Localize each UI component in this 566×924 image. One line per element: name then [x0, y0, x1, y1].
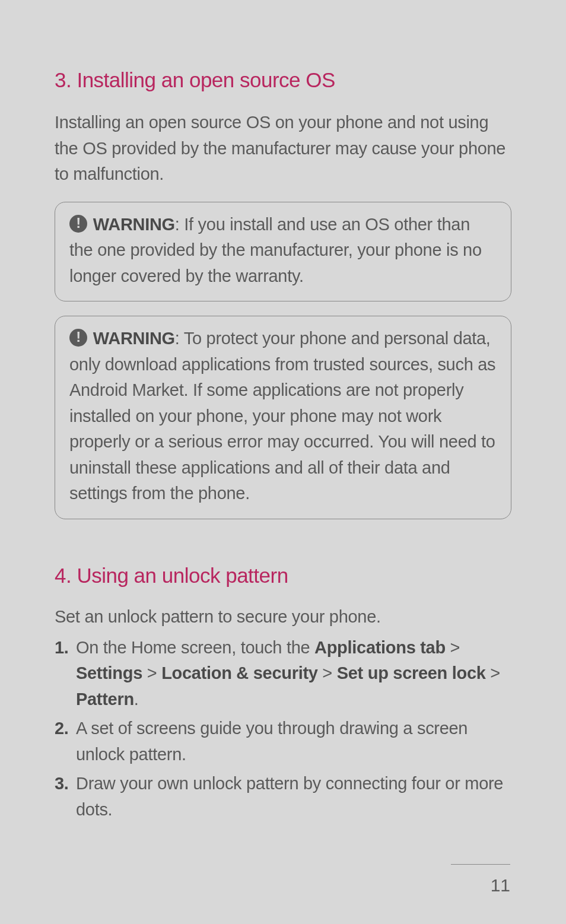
page-number: 11 [491, 875, 510, 896]
warning2-text: WARNING: To protect your phone and perso… [69, 326, 497, 507]
step1-pre: On the Home screen, touch the [76, 638, 314, 657]
warning1-text: WARNING: If you install and use an OS ot… [69, 212, 497, 290]
step1-s4: > [486, 663, 500, 682]
step1-b4: Set up screen lock [337, 663, 486, 682]
step-3-num: 3. [55, 771, 76, 823]
warning-box-1: WARNING: If you install and use an OS ot… [55, 202, 511, 302]
step1-b3: Location & security [161, 663, 317, 682]
step1-s1: > [446, 638, 460, 657]
step-2-content: A set of screens guide you through drawi… [76, 716, 511, 767]
step-1-num: 1. [55, 635, 76, 713]
step1-post: . [134, 690, 139, 709]
warning-icon [69, 329, 87, 347]
section-heading-1: 3. Installing an open source OS [55, 68, 511, 92]
step-2: 2. A set of screens guide you through dr… [55, 716, 511, 767]
step-1-content: On the Home screen, touch the Applicatio… [76, 635, 511, 713]
step-3-content: Draw your own unlock pattern by connecti… [76, 771, 511, 823]
step-2-num: 2. [55, 716, 76, 767]
step-3: 3. Draw your own unlock pattern by conne… [55, 771, 511, 823]
step-1: 1. On the Home screen, touch the Applica… [55, 635, 511, 713]
step1-b5: Pattern [76, 690, 134, 709]
warning2-body: : To protect your phone and personal dat… [69, 329, 495, 503]
step1-s2: > [142, 663, 161, 682]
section-heading-2: 4. Using an unlock pattern [55, 564, 511, 588]
warning1-label: WARNING [93, 215, 175, 234]
warning-icon [69, 215, 87, 233]
step1-s3: > [318, 663, 337, 682]
section2-intro: Set an unlock pattern to secure your pho… [55, 604, 511, 629]
warning-box-2: WARNING: To protect your phone and perso… [55, 316, 511, 519]
section1-intro: Installing an open source OS on your pho… [55, 110, 511, 188]
page-divider-line [451, 864, 510, 865]
step1-b1: Applications tab [314, 638, 446, 657]
warning2-label: WARNING [93, 329, 175, 348]
step1-b2: Settings [76, 663, 142, 682]
